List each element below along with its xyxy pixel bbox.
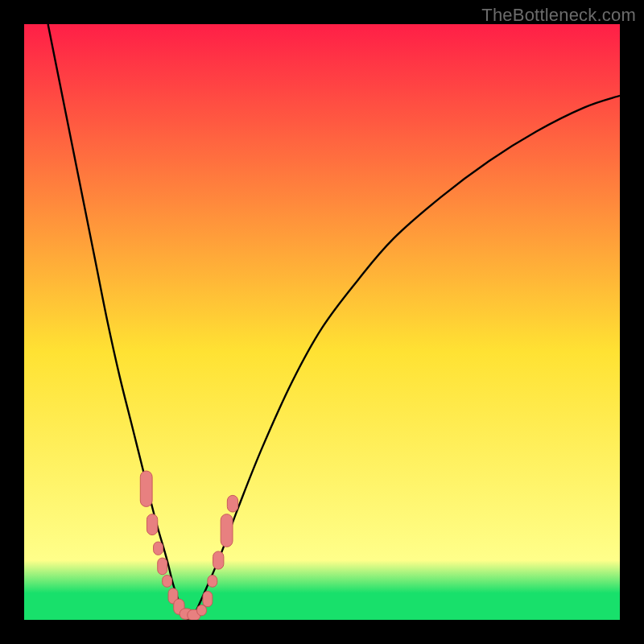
data-marker bbox=[154, 542, 163, 555]
data-marker bbox=[147, 514, 157, 535]
data-marker bbox=[203, 591, 213, 606]
frame: TheBottleneck.com bbox=[0, 0, 644, 644]
data-marker bbox=[197, 605, 207, 616]
data-marker bbox=[158, 558, 167, 575]
data-marker bbox=[227, 495, 237, 512]
data-marker bbox=[221, 514, 233, 547]
data-marker bbox=[213, 551, 224, 569]
plot-area bbox=[24, 24, 620, 620]
data-marker bbox=[208, 576, 217, 588]
data-markers bbox=[24, 24, 620, 620]
data-marker bbox=[163, 576, 172, 588]
watermark-text: TheBottleneck.com bbox=[481, 5, 636, 26]
data-marker bbox=[140, 471, 152, 506]
